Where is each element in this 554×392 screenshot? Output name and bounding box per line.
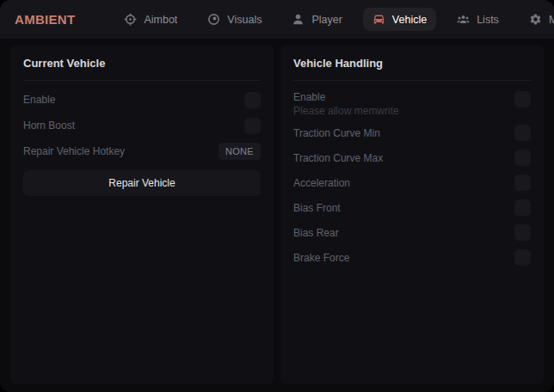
- rows-vehicle-handling: Enable Please allow memwrite Traction Cu…: [293, 87, 531, 270]
- crosshair-icon: [124, 13, 137, 26]
- tab-visuals[interactable]: Visuals: [198, 8, 271, 31]
- gear-icon: [529, 13, 542, 26]
- bias-rear-checkbox[interactable]: [514, 224, 531, 241]
- label-column: Enable Please allow memwrite: [293, 91, 399, 117]
- header-bar: AMBIENT Aimbot: [0, 0, 554, 39]
- tab-label: Player: [311, 14, 342, 26]
- row-label: Bias Front: [293, 202, 341, 214]
- panel-title: Current Vehicle: [23, 57, 261, 70]
- acceleration-checkbox[interactable]: [514, 175, 531, 191]
- row-label: Traction Curve Min: [293, 127, 380, 139]
- car-icon: [372, 13, 385, 26]
- row-enable: Enable: [23, 87, 261, 113]
- enable-checkbox[interactable]: [244, 92, 261, 108]
- tab-label: Aimbot: [144, 14, 177, 26]
- row-brake-force: Brake Force: [293, 245, 531, 270]
- tab-player[interactable]: Player: [282, 8, 351, 31]
- brake-force-checkbox[interactable]: [514, 249, 531, 266]
- traction-curve-max-checkbox[interactable]: [514, 150, 531, 166]
- eye-icon: [207, 13, 220, 26]
- panel-current-vehicle: Current Vehicle Enable Horn Boost Repair…: [10, 45, 274, 384]
- row-enable-handling: Enable Please allow memwrite: [293, 87, 531, 120]
- repair-vehicle-button[interactable]: Repair Vehicle: [23, 170, 261, 196]
- brand-logo: AMBIENT: [15, 12, 75, 27]
- handling-enable-checkbox[interactable]: [514, 91, 531, 107]
- bias-front-checkbox[interactable]: [514, 199, 531, 216]
- row-horn-boost: Horn Boost: [23, 113, 261, 138]
- row-repair-hotkey: Repair Vehicle Hotkey NONE: [23, 138, 261, 164]
- tab-lists[interactable]: Lists: [447, 8, 508, 31]
- tab-aimbot[interactable]: Aimbot: [114, 8, 187, 31]
- row-label: Brake Force: [293, 252, 349, 264]
- panel-title: Vehicle Handling: [293, 57, 531, 70]
- tab-miscellaneous[interactable]: Miscellaneous: [520, 8, 554, 31]
- row-traction-curve-max: Traction Curve Max: [293, 145, 531, 170]
- horn-boost-checkbox[interactable]: [244, 118, 261, 134]
- row-acceleration: Acceleration: [293, 170, 531, 195]
- panel-vehicle-handling: Vehicle Handling Enable Please allow mem…: [280, 45, 544, 384]
- row-label: Traction Curve Max: [293, 152, 383, 164]
- tab-label: Visuals: [227, 14, 262, 26]
- row-bias-rear: Bias Rear: [293, 220, 531, 245]
- repair-hotkey-button[interactable]: NONE: [219, 143, 261, 160]
- traction-curve-min-checkbox[interactable]: [514, 125, 531, 141]
- tab-label: Lists: [477, 14, 499, 26]
- tab-label: Miscellaneous: [549, 14, 554, 26]
- row-label: Enable: [23, 94, 55, 106]
- row-bias-front: Bias Front: [293, 195, 531, 220]
- row-label: Horn Boost: [23, 119, 75, 132]
- ambient-window: AMBIENT Aimbot: [0, 0, 554, 392]
- tab-bar: Aimbot Visuals Player: [114, 8, 554, 31]
- row-label: Acceleration: [293, 177, 350, 189]
- rows-current-vehicle: Enable Horn Boost Repair Vehicle Hotkey …: [23, 87, 261, 196]
- row-label: Enable: [293, 91, 399, 103]
- row-label: Repair Vehicle Hotkey: [23, 145, 125, 157]
- row-sublabel: Please allow memwrite: [293, 105, 399, 117]
- row-label: Bias Rear: [293, 227, 339, 239]
- tab-label: Vehicle: [392, 14, 427, 26]
- divider: [293, 80, 531, 81]
- content-area: Current Vehicle Enable Horn Boost Repair…: [0, 39, 554, 392]
- users-icon: [457, 13, 470, 26]
- person-icon: [292, 13, 305, 26]
- row-traction-curve-min: Traction Curve Min: [293, 120, 531, 145]
- divider: [23, 80, 261, 81]
- tab-vehicle[interactable]: Vehicle: [363, 8, 436, 31]
